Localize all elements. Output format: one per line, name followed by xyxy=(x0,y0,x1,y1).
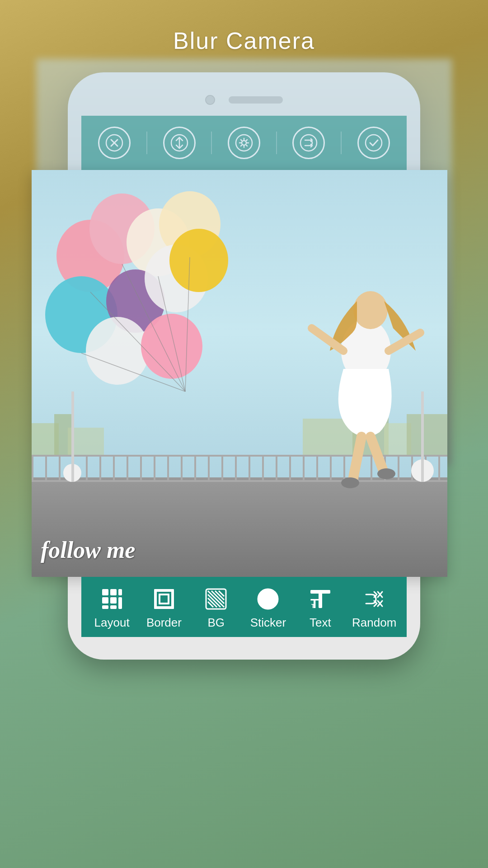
text-icon: T T xyxy=(307,586,333,612)
svg-rect-48 xyxy=(118,589,122,595)
svg-rect-52 xyxy=(110,605,117,609)
svg-text:T: T xyxy=(310,596,319,611)
layout-label: Layout xyxy=(94,616,130,630)
svg-rect-50 xyxy=(110,597,117,604)
border-tool[interactable]: Border xyxy=(144,586,184,630)
svg-point-25 xyxy=(141,314,202,379)
sticker-label: Sticker xyxy=(250,616,286,630)
svg-rect-46 xyxy=(102,589,108,595)
svg-point-70 xyxy=(258,589,278,609)
svg-rect-56 xyxy=(154,589,157,609)
svg-rect-49 xyxy=(102,597,108,604)
svg-rect-54 xyxy=(154,589,174,592)
svg-rect-47 xyxy=(110,589,117,595)
svg-rect-61 xyxy=(168,594,169,604)
svg-rect-55 xyxy=(154,606,174,609)
bg-label: BG xyxy=(207,616,225,630)
text-tool[interactable]: T T Text xyxy=(300,586,341,630)
svg-point-72 xyxy=(270,595,273,598)
bg-icon xyxy=(203,586,229,612)
sticker-icon xyxy=(255,586,281,612)
layout-tool[interactable]: Layout xyxy=(92,586,132,630)
bottom-toolbar: Layout Border xyxy=(81,577,407,637)
svg-point-71 xyxy=(263,595,266,598)
sticker-tool[interactable]: Sticker xyxy=(248,586,288,630)
border-icon xyxy=(151,586,177,612)
bg-tool[interactable]: BG xyxy=(196,586,236,630)
balloon-cluster xyxy=(45,188,253,414)
random-tool[interactable]: Random xyxy=(352,586,396,630)
text-label: Text xyxy=(310,616,331,630)
svg-point-39 xyxy=(353,291,388,329)
svg-rect-74 xyxy=(319,593,322,608)
app-title: Blur Camera xyxy=(173,27,315,54)
svg-point-23 xyxy=(169,229,228,292)
random-label: Random xyxy=(352,616,396,630)
photo-canvas: follow me xyxy=(81,170,407,577)
girl-figure xyxy=(298,260,434,509)
svg-rect-53 xyxy=(118,597,122,609)
photo-overlay-text: follow me xyxy=(41,537,135,563)
svg-line-42 xyxy=(352,437,361,482)
svg-rect-51 xyxy=(102,605,108,609)
layout-icon xyxy=(99,586,125,612)
svg-rect-57 xyxy=(171,589,174,609)
svg-point-45 xyxy=(377,468,395,479)
svg-line-43 xyxy=(371,437,384,473)
lamp-post-left xyxy=(71,392,74,482)
svg-rect-60 xyxy=(159,594,160,604)
photo-card: follow me xyxy=(32,170,447,577)
svg-point-44 xyxy=(341,477,359,488)
border-label: Border xyxy=(146,616,182,630)
random-icon xyxy=(361,586,387,612)
